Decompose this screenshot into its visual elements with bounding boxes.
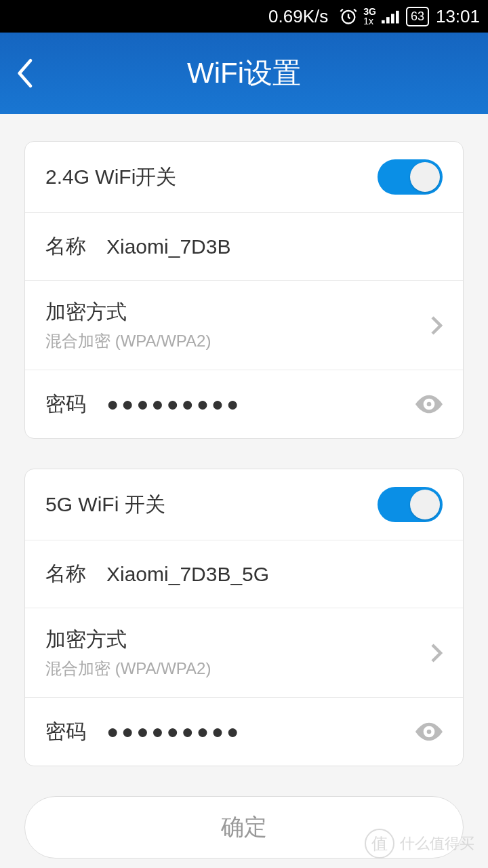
wifi-24g-name-value: Xiaomi_7D3B (106, 235, 443, 258)
chevron-right-icon (430, 642, 443, 664)
toggle-label: 5G WiFi 开关 (45, 491, 165, 519)
wifi-5g-card: 5G WiFi 开关 名称 Xiaomi_7D3B_5G 加密方式 混合加密 (… (24, 469, 464, 766)
svg-rect-3 (391, 14, 394, 24)
watermark-badge: 值 (365, 829, 394, 859)
clock: 13:01 (436, 6, 480, 27)
watermark-text: 什么值得买 (400, 833, 474, 854)
name-label: 名称 (45, 560, 86, 588)
status-bar: 0.69K/s 3G 1x 63 13:01 (0, 0, 488, 33)
toggle-label: 2.4G WiFi开关 (45, 163, 176, 191)
wifi-24g-encrypt-row[interactable]: 加密方式 混合加密 (WPA/WPA2) (25, 281, 463, 370)
password-value: ●●●●●●●●● (106, 393, 415, 416)
wifi-24g-name-row[interactable]: 名称 Xiaomi_7D3B (25, 213, 463, 281)
eye-icon[interactable] (415, 722, 443, 741)
chevron-right-icon (430, 315, 443, 336)
watermark: 值 什么值得买 (365, 829, 474, 859)
wifi-5g-encrypt-row[interactable]: 加密方式 混合加密 (WPA/WPA2) (25, 608, 463, 698)
wifi-24g-password-row[interactable]: 密码 ●●●●●●●●● (25, 370, 463, 438)
signal-icon (382, 9, 401, 24)
encrypt-value: 混合加密 (WPA/WPA2) (45, 658, 430, 679)
svg-rect-4 (396, 11, 399, 24)
alarm-icon (339, 7, 358, 26)
password-label: 密码 (45, 718, 86, 746)
encrypt-value: 混合加密 (WPA/WPA2) (45, 330, 430, 352)
encrypt-label: 加密方式 (45, 298, 430, 326)
wifi-5g-toggle-row: 5G WiFi 开关 (25, 469, 463, 540)
page-title: WiFi设置 (0, 54, 488, 92)
back-button[interactable] (16, 57, 35, 90)
status-icons: 3G 1x 63 (339, 7, 429, 26)
wifi-24g-toggle-row: 2.4G WiFi开关 (25, 142, 463, 213)
wifi-5g-password-row[interactable]: 密码 ●●●●●●●●● (25, 698, 463, 766)
battery-indicator: 63 (406, 7, 429, 26)
svg-rect-2 (386, 17, 390, 23)
wifi-24g-card: 2.4G WiFi开关 名称 Xiaomi_7D3B 加密方式 混合加密 (WP… (24, 141, 464, 439)
network-speed: 0.69K/s (268, 6, 328, 27)
wifi-24g-toggle[interactable] (378, 159, 443, 195)
password-label: 密码 (45, 391, 86, 418)
network-type: 3G 1x (363, 7, 376, 26)
encrypt-label: 加密方式 (45, 626, 430, 654)
main-content: 2.4G WiFi开关 名称 Xiaomi_7D3B 加密方式 混合加密 (WP… (0, 114, 488, 766)
chevron-left-icon (16, 57, 35, 90)
name-label: 名称 (45, 233, 86, 260)
wifi-5g-toggle[interactable] (378, 487, 443, 522)
eye-icon[interactable] (415, 395, 443, 414)
wifi-5g-name-row[interactable]: 名称 Xiaomi_7D3B_5G (25, 540, 463, 608)
password-value: ●●●●●●●●● (106, 720, 415, 743)
svg-rect-1 (382, 20, 385, 24)
app-header: WiFi设置 (0, 33, 488, 114)
wifi-5g-name-value: Xiaomi_7D3B_5G (106, 563, 443, 586)
